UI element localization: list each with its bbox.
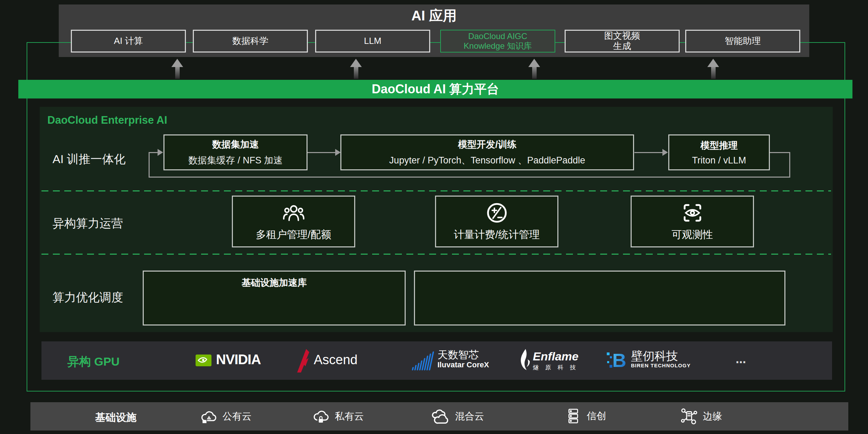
row2-label: 异构算力运营: [53, 216, 123, 232]
hybrid-cloud-icon: [431, 407, 450, 426]
ascend-logo-icon: [295, 348, 311, 373]
row-separator-dashed: [41, 254, 831, 255]
enflame-en-label: Enflame: [533, 350, 578, 362]
app-box-label: 智能助理: [725, 36, 761, 46]
scheduling-box: [414, 271, 785, 326]
frame-bottom-line: [27, 391, 845, 391]
app-box-label: AI 计算: [114, 36, 143, 46]
platform-banner-title: DaoCloud AI 算力平台: [372, 81, 499, 98]
multi-tenant-box: 多租户管理/配额: [232, 196, 355, 247]
app-box-ai-compute: AI 计算: [71, 30, 186, 53]
infra-item-xinchuang: 信创: [565, 407, 606, 425]
infra-item-private-cloud: 私有云: [312, 407, 364, 425]
loop-right-line: [789, 152, 790, 178]
xinchuang-label: 信创: [587, 409, 606, 423]
app-box-label-line2: Knowledge 知识库: [464, 41, 532, 51]
metering-billing-box: 计量计费/统计管理: [435, 196, 558, 247]
up-arrow-icon: [707, 59, 719, 79]
platform-banner: DaoCloud AI 算力平台: [18, 80, 852, 98]
biren-cn-label: 壁仞科技: [631, 350, 691, 362]
svg-text:B: B: [612, 350, 626, 371]
loop-bottom-rail: [149, 177, 790, 178]
metering-billing-label: 计量计费/统计管理: [454, 228, 539, 242]
row1-label: AI 训推一体化: [53, 151, 126, 167]
biren-wordmark: 壁仞科技 BIREN TECHNOLOGY: [631, 350, 691, 368]
model-dev-train-box: 模型开发/训练 Jupyter / PyTorch、Tensorflow 、Pa…: [340, 134, 634, 170]
infra-item-hybrid-cloud: 混合云: [431, 407, 484, 426]
row-separator-dashed: [41, 190, 831, 191]
connector-line: [308, 152, 336, 153]
public-cloud-icon: [200, 407, 218, 425]
model-inference-title: 模型推理: [700, 139, 738, 152]
model-dev-train-title: 模型开发/训练: [458, 138, 517, 151]
loop-return-line: [149, 152, 158, 153]
infra-accel-lib-box: 基础设施加速库: [143, 271, 406, 326]
infrastructure-bar: 基础设施 公有云 私有云: [30, 402, 848, 431]
observability-label: 可观测性: [672, 228, 713, 242]
biren-en-label: BIREN TECHNOLOGY: [631, 362, 691, 368]
multi-tenant-users-icon: [282, 201, 305, 224]
app-box-llm: LLM: [315, 30, 430, 53]
more-vendors-ellipsis: ...: [736, 352, 746, 366]
observability-eye-icon: [681, 201, 704, 224]
connector-line: [634, 152, 663, 153]
enflame-wordmark: Enflame 燧 原 科 技: [533, 350, 578, 371]
right-arrowhead-icon: [158, 149, 163, 156]
app-box-label-line1: 图文视频: [604, 31, 640, 41]
model-dev-train-subtitle: Jupyter / PyTorch、Tensorflow 、PaddlePadd…: [389, 154, 585, 167]
loop-left-line: [149, 152, 150, 178]
gpu-vendors-bar: 异构 GPU NVIDIA Ascend: [41, 341, 832, 380]
row3-label: 算力优化调度: [53, 290, 123, 305]
metering-billing-icon: [485, 201, 508, 224]
edge-label: 边缘: [703, 410, 722, 423]
app-box-label-line1: DaoCloud AIGC: [468, 31, 527, 41]
multi-tenant-label: 多租户管理/配额: [256, 228, 331, 242]
right-arrowhead-icon: [335, 149, 341, 156]
edge-nodes-icon: [679, 407, 698, 426]
app-box-assistant: 智能助理: [685, 30, 800, 53]
app-box-data-science: 数据科学: [193, 30, 308, 53]
ascend-wordmark: Ascend: [314, 352, 358, 367]
app-box-label: LLM: [364, 36, 381, 46]
xinchuang-server-rack-icon: [565, 407, 582, 425]
app-box-label-line2: 生成: [613, 41, 631, 51]
iluvatar-cn-label: 天数智芯: [437, 349, 489, 360]
enflame-logo-icon: [519, 348, 530, 372]
public-cloud-label: 公有云: [223, 410, 252, 423]
gpu-bar-label: 异构 GPU: [67, 354, 120, 370]
observability-box: 可观测性: [631, 196, 754, 247]
enterprise-title: DaoCloud Enterprise AI: [47, 114, 167, 126]
ai-application-title: AI 应用: [59, 6, 809, 25]
private-cloud-label: 私有云: [335, 410, 364, 423]
dataset-accel-box: 数据集加速 数据集缓存 / NFS 加速: [163, 134, 308, 170]
right-arrowhead-icon: [662, 149, 668, 156]
infra-item-edge: 边缘: [679, 407, 722, 426]
app-box-image-video-gen: 图文视频 生成: [565, 30, 680, 53]
enflame-cn-label: 燧 原 科 技: [533, 364, 578, 371]
iluvatar-wordmark: 天数智芯 Iluvatar CoreX: [437, 349, 489, 369]
nvidia-wordmark: NVIDIA: [216, 352, 261, 367]
app-box-label: 数据科学: [233, 36, 268, 46]
model-inference-subtitle: Triton / vLLM: [692, 155, 746, 166]
dataset-accel-title: 数据集加速: [212, 138, 259, 151]
architecture-diagram: AI 应用 AI 计算 数据科学 LLM DaoCloud AIGC Knowl…: [0, 0, 868, 434]
nvidia-logo-icon: [195, 352, 212, 369]
infra-item-public-cloud: 公有云: [200, 407, 252, 425]
up-arrow-icon: [528, 59, 540, 79]
infrastructure-label: 基础设施: [95, 411, 136, 425]
biren-logo-icon: B: [605, 350, 628, 371]
iluvatar-logo-icon: [408, 350, 434, 372]
hybrid-cloud-label: 混合云: [455, 410, 484, 423]
up-arrow-icon: [171, 59, 183, 79]
app-box-aigc-knowledge: DaoCloud AIGC Knowledge 知识库: [440, 30, 555, 53]
loop-stub-line: [770, 152, 790, 153]
model-inference-box: 模型推理 Triton / vLLM: [668, 134, 770, 170]
infra-accel-lib-title: 基础设施加速库: [242, 276, 307, 289]
dataset-accel-subtitle: 数据集缓存 / NFS 加速: [188, 154, 283, 167]
private-cloud-icon: [312, 407, 330, 425]
up-arrow-icon: [350, 59, 362, 79]
iluvatar-en-label: Iluvatar CoreX: [437, 360, 489, 369]
